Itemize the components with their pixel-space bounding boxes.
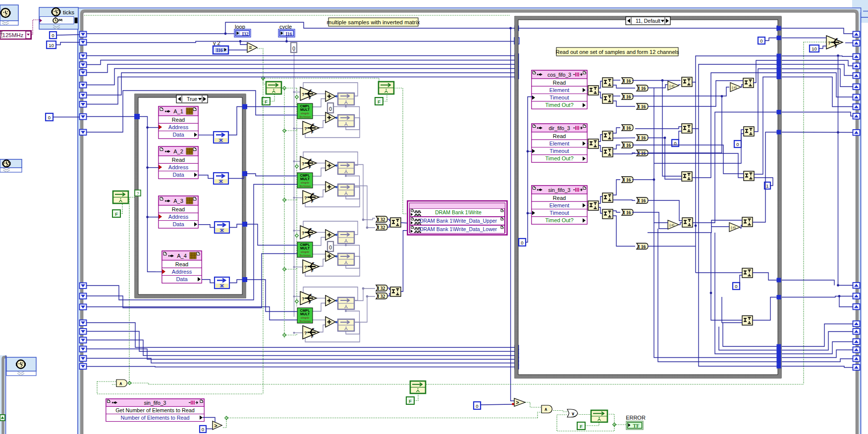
svg-text:I 16: I 16: [623, 79, 631, 84]
svg-text:?: ?: [302, 296, 305, 301]
svg-text:CMPL: CMPL: [300, 104, 311, 108]
svg-text:A_1: A_1: [173, 108, 183, 114]
svg-text:Element: Element: [549, 87, 569, 93]
svg-text:Read: Read: [172, 157, 185, 163]
svg-text:I 16: I 16: [638, 244, 646, 249]
svg-text:Timeout: Timeout: [549, 148, 569, 154]
svg-text:cycle: cycle: [279, 24, 292, 30]
svg-text:0: 0: [735, 284, 737, 289]
svg-text:(-x): (-x): [731, 226, 736, 230]
svg-text:Technian: Technian: [299, 115, 311, 118]
svg-text:A_2: A_2: [173, 148, 183, 154]
svg-text:F: F: [409, 399, 412, 404]
svg-text:I 32: I 32: [378, 225, 385, 230]
svg-text:Element: Element: [549, 141, 569, 146]
svg-text:CMPL: CMPL: [300, 309, 311, 312]
svg-text:0: 0: [48, 115, 51, 120]
svg-text:I 16: I 16: [638, 198, 646, 203]
svg-text:>: >: [516, 399, 519, 405]
svg-text:(-x): (-x): [732, 86, 737, 90]
svg-text:Address: Address: [168, 214, 189, 220]
svg-text:Read: Read: [172, 117, 185, 123]
svg-text:ticks: ticks: [63, 9, 74, 15]
svg-text:TF: TF: [633, 423, 640, 429]
svg-text:Timed Out?: Timed Out?: [545, 155, 573, 161]
svg-text:Element: Element: [549, 202, 569, 208]
svg-text:0: 0: [760, 38, 762, 44]
svg-text:MULT: MULT: [300, 312, 310, 316]
svg-text:Data: Data: [172, 132, 184, 138]
svg-text:T: T: [836, 38, 838, 41]
svg-text:Read out one set of samples an: Read out one set of samples and form 12 …: [556, 49, 679, 55]
svg-text:Read: Read: [175, 261, 188, 267]
svg-text:I 16: I 16: [623, 178, 631, 183]
svg-text:I 32: I 32: [378, 286, 385, 291]
svg-text:MULT: MULT: [300, 246, 310, 250]
svg-text:DRAM Bank 1\Write: DRAM Bank 1\Write: [435, 209, 482, 215]
svg-text:F: F: [311, 131, 314, 134]
svg-text:11, Default: 11, Default: [636, 18, 660, 24]
svg-text:Address: Address: [168, 124, 189, 130]
svg-text:T: T: [310, 228, 312, 231]
svg-text:ERROR: ERROR: [626, 415, 646, 421]
svg-text:T: T: [312, 262, 315, 265]
svg-text:F: F: [265, 99, 268, 104]
svg-text:Technian: Technian: [299, 253, 311, 257]
svg-text:A_3: A_3: [173, 198, 183, 204]
svg-text:125MHz: 125MHz: [2, 32, 24, 38]
svg-text:Data: Data: [176, 276, 188, 282]
svg-text:I32: I32: [242, 32, 248, 37]
svg-text:Timed Out?: Timed Out?: [545, 217, 573, 223]
svg-text:?: ?: [304, 330, 307, 336]
svg-text:Get Number of Elements to Read: Get Number of Elements to Read: [115, 407, 195, 413]
svg-text:I 16: I 16: [623, 95, 631, 99]
svg-text:∨: ∨: [571, 411, 575, 416]
svg-text:Address: Address: [172, 269, 192, 275]
svg-text:dir_fifo_3: dir_fifo_3: [548, 125, 570, 131]
svg-text:0: 0: [736, 142, 739, 147]
svg-text:I 32: I 32: [378, 217, 385, 222]
svg-text:I 16: I 16: [638, 136, 646, 141]
svg-text:?: ?: [302, 161, 305, 166]
svg-text:I 16: I 16: [623, 210, 631, 215]
svg-text:?: ?: [302, 230, 305, 236]
svg-text:Timeout: Timeout: [549, 210, 569, 216]
svg-text:F: F: [580, 424, 583, 429]
svg-text:Read: Read: [553, 80, 566, 86]
svg-text:CMPL: CMPL: [300, 243, 311, 246]
svg-text:(-x): (-x): [669, 84, 674, 88]
svg-text:Number of Elements to Read: Number of Elements to Read: [120, 415, 189, 421]
svg-text:=: =: [249, 45, 252, 50]
svg-text:Data: Data: [172, 221, 184, 227]
svg-text:DRAM Bank 1\Write_Data_Upper: DRAM Bank 1\Write_Data_Upper: [420, 218, 497, 224]
svg-text:Address: Address: [168, 164, 189, 170]
svg-text:0: 0: [329, 245, 332, 250]
svg-text:F: F: [309, 96, 311, 100]
svg-text:0: 0: [52, 33, 54, 38]
svg-text:F: F: [311, 335, 314, 338]
svg-text:F: F: [311, 200, 314, 203]
svg-text:?: ?: [304, 126, 307, 131]
svg-text:0: 0: [476, 403, 478, 409]
svg-text:MULT: MULT: [300, 177, 310, 181]
svg-text:CMPL: CMPL: [300, 174, 311, 177]
svg-text:F: F: [309, 235, 311, 239]
svg-text:I16: I16: [216, 48, 222, 53]
svg-text:Timeout: Timeout: [549, 95, 569, 100]
svg-text:sin_fifo_3: sin_fifo_3: [548, 187, 571, 193]
svg-text:I 16: I 16: [638, 86, 646, 91]
svg-text:I 16: I 16: [638, 104, 646, 109]
svg-text:∧: ∧: [544, 407, 547, 412]
svg-text:loop: loop: [235, 24, 245, 30]
svg-text:Timed Out?: Timed Out?: [545, 102, 573, 108]
svg-text:MULT: MULT: [300, 108, 310, 111]
svg-text:Read: Read: [553, 195, 566, 201]
svg-text:?: ?: [304, 264, 307, 270]
svg-text:T: T: [310, 158, 312, 162]
svg-text:0: 0: [329, 106, 332, 112]
svg-text:T: T: [312, 328, 315, 331]
svg-text:T: T: [310, 89, 312, 93]
svg-text:(-x): (-x): [669, 223, 674, 227]
svg-text:10: 10: [812, 46, 817, 51]
svg-text:Technian: Technian: [299, 184, 311, 188]
